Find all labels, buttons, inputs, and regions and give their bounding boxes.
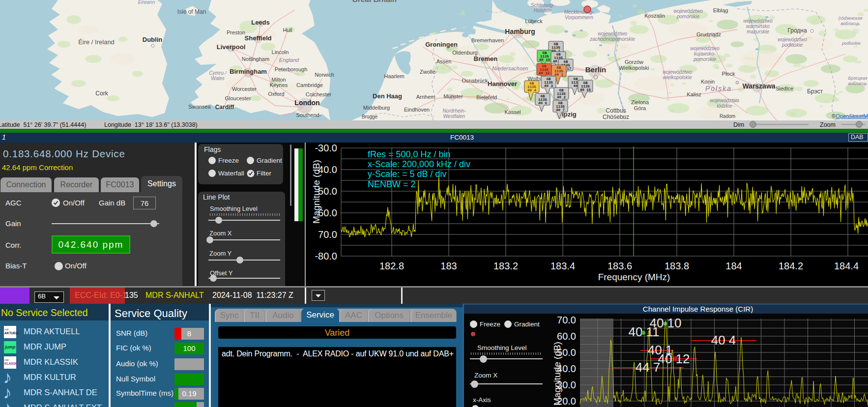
svg-text:Schleswig-: Schleswig-	[531, 2, 555, 8]
svg-text:Nottingham: Nottingham	[242, 56, 269, 62]
svg-text:Isle of Man: Isle of Man	[177, 8, 206, 15]
svg-text:wielkopolskie: wielkopolskie	[663, 75, 692, 80]
svg-text:województwo: województwo	[710, 98, 739, 103]
svg-text:Peterborough: Peterborough	[275, 66, 308, 72]
svg-text:Münster: Münster	[443, 93, 463, 99]
svg-text:Elbląg: Elbląg	[713, 7, 728, 13]
svg-text:pomorskie: pomorskie	[676, 14, 700, 19]
svg-text:Hamburg: Hamburg	[505, 28, 535, 35]
svg-text:pomorskie: pomorskie	[693, 57, 717, 62]
svg-text:183.4: 183.4	[550, 261, 575, 271]
svg-text:Gorzów: Gorzów	[625, 59, 643, 65]
svg-text:184: 184	[725, 261, 742, 271]
svg-text:40 6: 40 6	[538, 101, 548, 105]
svg-text:województwo: województwo	[778, 37, 807, 42]
svg-text:вобласць: вобласць	[848, 81, 868, 86]
svg-text:Polska: Polska	[705, 85, 732, 92]
svg-text:Lincoln: Lincoln	[272, 49, 289, 55]
svg-text:podlaskie: podlaskie	[781, 42, 803, 48]
svg-text:40 4: 40 4	[711, 333, 736, 348]
svg-text:Oxford: Oxford	[268, 91, 284, 97]
svg-text:województwo: województwo	[663, 69, 692, 75]
svg-text:fRes = 500,0 Hz / bin: fRes = 500,0 Hz / bin	[368, 149, 451, 159]
svg-text:40 7: 40 7	[556, 108, 565, 112]
svg-text:(ródзенская: (ródзенская	[839, 16, 863, 21]
svg-text:Colchester: Colchester	[306, 91, 332, 97]
svg-text:40 3: 40 3	[544, 84, 553, 88]
svg-text:40: 40	[573, 84, 578, 88]
svg-text:Warszawa: Warszawa	[742, 82, 775, 90]
svg-text:Bremerhaven: Bremerhaven	[471, 37, 504, 43]
svg-text:Zielona: Zielona	[631, 99, 649, 105]
svg-text:Hannover: Hannover	[488, 80, 517, 87]
svg-text:Osnabrück: Osnabrück	[462, 78, 488, 84]
svg-text:70.0: 70.0	[557, 315, 576, 325]
svg-text:Niedersachsen: Niedersachsen	[492, 65, 528, 71]
svg-text:40 12: 40 12	[539, 71, 550, 75]
svg-text:Southend-: Southend-	[296, 112, 321, 118]
svg-text:44 7: 44 7	[636, 360, 661, 375]
svg-text:Wielkopolski: Wielkopolski	[619, 65, 649, 71]
svg-text:Cardiff: Cardiff	[215, 104, 235, 111]
svg-text:Berlin: Berlin	[585, 65, 607, 74]
svg-text:Groningen: Groningen	[425, 41, 458, 48]
svg-text:Brugge: Brugge	[362, 114, 378, 119]
svg-text:Koszalin: Koszalin	[644, 13, 665, 19]
svg-text:Holstein: Holstein	[534, 8, 552, 13]
svg-text:Éireann: Éireann	[138, 0, 155, 5]
svg-text:Bielefeld: Bielefeld	[476, 94, 497, 100]
svg-text:184.4: 184.4	[834, 261, 859, 271]
svg-text:Góra: Góra	[634, 105, 646, 111]
svg-text:183.8: 183.8	[665, 261, 689, 271]
svg-text:Preston: Preston	[227, 29, 245, 35]
svg-text:Grudziądz: Grudziądz	[696, 31, 721, 37]
svg-text:183.2: 183.2	[493, 261, 518, 271]
svg-text:Dublin: Dublin	[143, 36, 162, 43]
svg-text:40 1: 40 1	[554, 73, 564, 77]
svg-text:kujawsko-: kujawsko-	[694, 51, 716, 57]
svg-text:województwo: województwo	[743, 18, 773, 24]
svg-text:Great Britain: Great Britain	[352, 0, 397, 3]
svg-text:Liverpool: Liverpool	[217, 43, 246, 51]
svg-text:Płock: Płock	[722, 71, 735, 77]
svg-text:województwo: województwo	[673, 8, 703, 14]
svg-text:Magnitude (dB): Magnitude (dB)	[552, 342, 562, 406]
svg-text:©: ©	[832, 113, 836, 119]
svg-text:Siedlce: Siedlce	[776, 86, 793, 91]
svg-text:183: 183	[440, 261, 457, 271]
svg-text:Гродна: Гродна	[787, 27, 807, 34]
svg-text:Cork: Cork	[95, 90, 108, 97]
svg-text:-30.0: -30.0	[315, 143, 337, 153]
svg-text:182.8: 182.8	[379, 261, 404, 271]
svg-text:Arnhem: Arnhem	[416, 94, 435, 100]
svg-text:warmińsko: warmińsko	[746, 24, 770, 29]
svg-text:England: England	[279, 57, 299, 63]
svg-text:Eindhoven: Eindhoven	[404, 107, 430, 113]
svg-text:40 15: 40 15	[580, 88, 591, 92]
svg-text:Cottbus: Cottbus	[606, 107, 626, 114]
svg-text:Lübeck: Lübeck	[525, 18, 543, 24]
svg-text:Éire / Ireland: Éire / Ireland	[78, 38, 115, 46]
svg-text:40 2: 40 2	[557, 95, 566, 99]
svg-text:Zwolle: Zwolle	[420, 69, 435, 75]
svg-text:Haarlem: Haarlem	[384, 73, 405, 79]
svg-text:Radom: Radom	[720, 114, 735, 119]
svg-text:Westfalen: Westfalen	[443, 114, 465, 119]
svg-text:Bremen: Bremen	[474, 55, 497, 62]
svg-text:40 10: 40 10	[539, 58, 550, 62]
svg-text:Wales: Wales	[211, 76, 225, 81]
svg-text:x-Scale: 200,000 kHz / div: x-Scale: 200,000 kHz / div	[368, 159, 470, 169]
svg-text:zachodniopomorskie: zachodniopomorskie	[589, 36, 635, 42]
svg-text:Kalisz: Kalisz	[687, 91, 701, 97]
svg-text:Chóśebuz: Chóśebuz	[603, 114, 629, 120]
svg-text:y-Scale: = 5 dB / div: y-Scale: = 5 dB / div	[368, 169, 447, 179]
svg-text:Брэсцкая: Брэсцкая	[848, 76, 868, 81]
svg-text:NENBW = 2: NENBW = 2	[368, 179, 416, 189]
svg-text:OpenStreetM: OpenStreetM	[836, 113, 868, 119]
svg-text:Frequency (MHz): Frequency (MHz)	[598, 272, 670, 282]
svg-text:Leeds: Leeds	[251, 19, 270, 26]
svg-text:Middelburg: Middelburg	[363, 105, 390, 111]
svg-text:województwo: województwo	[598, 31, 627, 36]
svg-text:Den Haag: Den Haag	[373, 92, 402, 100]
svg-text:Vorpommern: Vorpommern	[565, 15, 593, 20]
